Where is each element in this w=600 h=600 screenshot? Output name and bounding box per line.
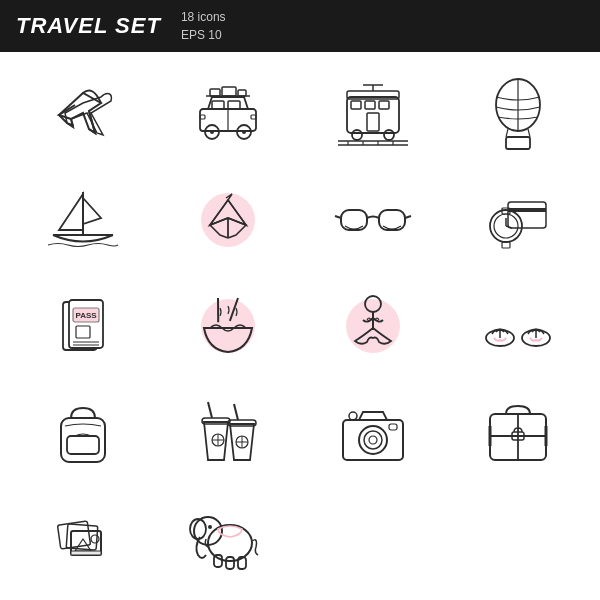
svg-point-59 <box>365 296 381 312</box>
svg-rect-6 <box>228 101 240 109</box>
svg-rect-100 <box>226 557 234 569</box>
svg-text:PASS: PASS <box>75 311 97 320</box>
backpack-icon <box>10 379 155 485</box>
elephant-icon <box>155 484 300 590</box>
sandals-icon <box>445 273 590 379</box>
page-header: TRAVEL SET 18 icons EPS 10 <box>0 0 600 52</box>
tram-icon <box>300 62 445 168</box>
svg-rect-19 <box>365 101 375 109</box>
svg-point-23 <box>384 130 394 140</box>
svg-line-39 <box>335 216 341 218</box>
noodle-bowl-icon <box>155 273 300 379</box>
svg-rect-5 <box>212 101 224 109</box>
page-subtitle: 18 icons EPS 10 <box>181 8 226 44</box>
icons-grid: PASS <box>0 52 600 600</box>
svg-line-48 <box>506 226 512 228</box>
svg-rect-37 <box>341 210 367 230</box>
svg-rect-65 <box>67 436 99 454</box>
svg-point-79 <box>359 426 387 454</box>
svg-point-93 <box>91 535 99 543</box>
svg-line-33 <box>528 129 530 137</box>
svg-rect-50 <box>69 300 103 348</box>
svg-rect-0 <box>210 89 220 96</box>
svg-line-71 <box>234 404 238 420</box>
svg-point-10 <box>242 130 246 134</box>
airplane-icon <box>10 62 155 168</box>
taxi-car-icon <box>155 62 300 168</box>
suitcase-icon <box>445 379 590 485</box>
page-title: TRAVEL SET <box>16 13 161 39</box>
svg-rect-20 <box>379 101 389 109</box>
svg-rect-14 <box>347 97 399 133</box>
svg-rect-41 <box>508 202 546 228</box>
drinks-icon <box>155 379 300 485</box>
svg-rect-38 <box>379 210 405 230</box>
svg-rect-34 <box>506 137 530 149</box>
svg-point-80 <box>364 431 382 449</box>
passport-icon: PASS <box>10 273 155 379</box>
svg-line-32 <box>506 129 508 137</box>
svg-line-69 <box>208 402 212 418</box>
camera-icon <box>300 379 445 485</box>
svg-rect-2 <box>238 90 246 96</box>
origami-bird-icon <box>155 168 300 274</box>
sunglasses-icon <box>300 168 445 274</box>
svg-rect-1 <box>222 87 236 96</box>
photos-icon <box>10 484 155 590</box>
svg-rect-94 <box>71 551 101 555</box>
svg-point-81 <box>369 436 377 444</box>
svg-point-22 <box>352 130 362 140</box>
svg-rect-68 <box>202 418 230 424</box>
svg-line-40 <box>405 216 411 218</box>
svg-rect-82 <box>389 424 397 430</box>
svg-point-9 <box>210 130 214 134</box>
watch-card-icon <box>445 168 590 274</box>
svg-point-83 <box>349 412 357 420</box>
svg-rect-70 <box>228 420 256 426</box>
svg-rect-21 <box>367 113 379 131</box>
sailboat-icon <box>10 168 155 274</box>
hot-air-balloon-icon <box>445 62 590 168</box>
meditation-icon <box>300 273 445 379</box>
svg-point-98 <box>208 525 212 529</box>
svg-rect-18 <box>351 101 361 109</box>
